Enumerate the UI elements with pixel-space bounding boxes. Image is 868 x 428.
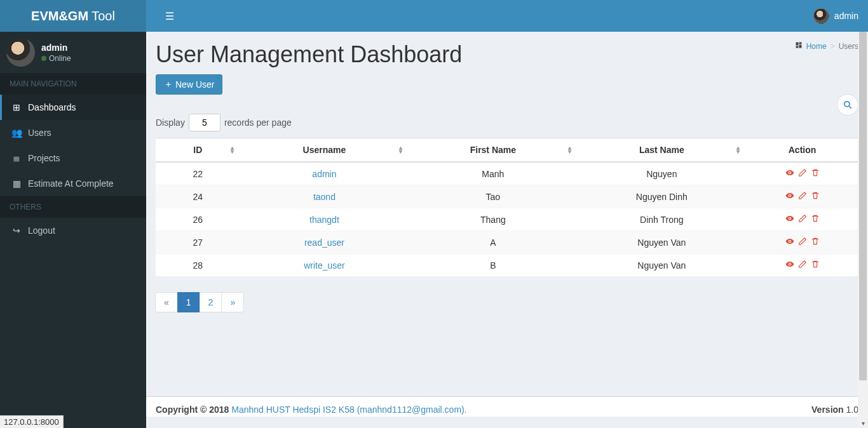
table-row: 24taondTaoNguyen Dinh (156, 185, 858, 208)
user-panel: admin Online (0, 32, 146, 73)
cell-username: taond (240, 185, 409, 208)
sidebar-heading-others: OTHERS (0, 196, 146, 218)
breadcrumb-sep: > (831, 42, 835, 51)
content-header: Home > Users User Management Dashboard ＋… (146, 32, 868, 95)
edit-icon[interactable] (798, 237, 807, 248)
cell-actions (746, 162, 858, 185)
avatar-icon (813, 8, 829, 24)
user-info: admin Online (41, 43, 71, 63)
breadcrumb: Home > Users (795, 41, 858, 51)
display-row: Display records per page (156, 114, 858, 131)
status-text: Online (49, 54, 71, 63)
delete-icon[interactable] (811, 237, 820, 248)
scroll-down-icon[interactable]: ▾ (858, 418, 868, 428)
view-icon[interactable] (785, 237, 794, 248)
logo[interactable]: EVM&GM Tool (0, 0, 146, 32)
page-1[interactable]: 1 (178, 292, 200, 312)
table-row: 28write_userBNguyen Van (156, 254, 858, 277)
dashboard-icon (795, 41, 803, 51)
brand-bold: EVM&GM (31, 9, 88, 23)
display-suffix: records per page (224, 117, 292, 128)
col-username[interactable]: Username▴▾ (240, 138, 409, 163)
view-icon[interactable] (785, 191, 794, 202)
cell-last: Nguyen Van (578, 231, 746, 254)
search-toggle-button[interactable] (837, 94, 858, 116)
username-link[interactable]: thangdt (309, 215, 339, 225)
view-icon[interactable] (785, 214, 794, 225)
username-link[interactable]: admin (312, 169, 336, 179)
cell-last: Nguyen (578, 162, 746, 185)
sidebar-menu-others: ↪ Logout (0, 218, 146, 243)
status-bar-url: 127.0.0.1:8000 (0, 415, 64, 428)
sidebar-item-logout[interactable]: ↪ Logout (0, 218, 146, 243)
content: Display records per page ID▴▾ Username▴▾… (146, 95, 868, 338)
table-row: 27read_userANguyen Van (156, 231, 858, 254)
edit-icon[interactable] (798, 168, 807, 179)
cell-first: A (409, 231, 577, 254)
cell-id: 24 (156, 185, 240, 208)
breadcrumb-current: Users (839, 42, 858, 51)
cell-username: write_user (240, 254, 409, 277)
cell-username: read_user (240, 231, 409, 254)
sidebar-item-projects[interactable]: ≣ Projects (0, 145, 146, 171)
page-next[interactable]: » (222, 292, 244, 312)
scrollbar-vertical[interactable]: ▾ (858, 32, 868, 428)
sidebar: admin Online MAIN NAVIGATION ⊞ Dashboard… (0, 32, 146, 428)
page-2[interactable]: 2 (200, 292, 222, 312)
table-row: 22adminManhNguyen (156, 162, 858, 185)
sidebar-heading-main: MAIN NAVIGATION (0, 73, 146, 95)
plus-icon: ＋ (164, 79, 173, 90)
footer-left: Copyright © 2018 Manhnd HUST Hedspi IS2 … (156, 405, 467, 417)
breadcrumb-home[interactable]: Home (806, 42, 827, 51)
username-link[interactable]: write_user (304, 260, 345, 271)
cell-id: 27 (156, 231, 240, 254)
footer-link[interactable]: Manhnd HUST Hedspi IS2 K58 (manhnd1112@g… (231, 405, 466, 415)
username-link[interactable]: read_user (304, 237, 344, 248)
delete-icon[interactable] (811, 260, 820, 271)
sidebar-item-label: Projects (28, 153, 60, 163)
delete-icon[interactable] (811, 168, 820, 179)
sort-icon: ▴▾ (736, 146, 740, 154)
col-last[interactable]: Last Name▴▾ (578, 138, 746, 163)
brand-light: Tool (88, 9, 115, 23)
cell-id: 28 (156, 254, 240, 277)
sidebar-item-users[interactable]: 👥 Users (0, 120, 146, 145)
delete-icon[interactable] (811, 214, 820, 225)
sidebar-item-eac[interactable]: ▦ Estimate At Complete (0, 171, 146, 196)
records-per-page-input[interactable] (189, 114, 220, 131)
svg-line-1 (849, 106, 851, 109)
edit-icon[interactable] (798, 260, 807, 271)
edit-icon[interactable] (798, 214, 807, 225)
projects-icon: ≣ (11, 153, 22, 163)
cell-id: 22 (156, 162, 240, 185)
col-first[interactable]: First Name▴▾ (409, 138, 577, 163)
cell-last: Dinh Trong (578, 208, 746, 231)
cell-actions (746, 231, 858, 254)
cell-last: Nguyen Van (578, 254, 746, 277)
version-value: 1.0 (844, 405, 858, 415)
sidebar-menu-main: ⊞ Dashboards 👥 Users ≣ Projects ▦ Estima… (0, 95, 146, 196)
sidebar-item-label: Logout (28, 225, 55, 236)
username-link[interactable]: taond (313, 192, 336, 202)
cell-last: Nguyen Dinh (578, 185, 746, 208)
new-user-button[interactable]: ＋ New User (156, 74, 222, 95)
delete-icon[interactable] (811, 191, 820, 202)
sort-icon: ▴▾ (399, 146, 402, 154)
search-icon (843, 100, 852, 109)
online-dot-icon (41, 56, 46, 61)
cell-id: 26 (156, 208, 240, 231)
view-icon[interactable] (785, 168, 794, 179)
hamburger-icon[interactable]: ☰ (156, 1, 184, 32)
cell-first: Tao (409, 185, 577, 208)
page-prev: « (156, 292, 178, 312)
cell-first: Thang (409, 208, 577, 231)
scrollbar-thumb[interactable] (859, 32, 867, 380)
sidebar-item-label: Users (28, 128, 51, 138)
footer-right: Version 1.0 (811, 405, 858, 417)
user-menu[interactable]: admin (813, 8, 858, 24)
table-body: 22adminManhNguyen24taondTaoNguyen Dinh26… (156, 162, 858, 276)
sidebar-item-dashboards[interactable]: ⊞ Dashboards (0, 95, 146, 120)
edit-icon[interactable] (798, 191, 807, 202)
view-icon[interactable] (785, 260, 794, 271)
col-id[interactable]: ID▴▾ (156, 138, 240, 163)
